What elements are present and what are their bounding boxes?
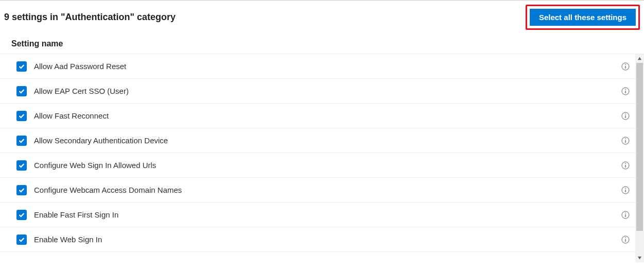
scrollbar-up-arrow-icon[interactable]: [635, 54, 644, 63]
setting-label: Enable Fast First Sign In: [34, 210, 621, 219]
column-header-setting-name: Setting name: [0, 34, 644, 54]
svg-point-5: [625, 89, 626, 90]
settings-list-container: Allow Aad Password ResetAllow EAP Cert S…: [0, 54, 644, 262]
setting-row[interactable]: Allow Secondary Authentication Device: [0, 128, 644, 153]
setting-row[interactable]: Allow Aad Password Reset: [0, 54, 644, 79]
checkbox-checked-icon[interactable]: [16, 136, 27, 146]
setting-label: Allow EAP Cert SSO (User): [34, 87, 621, 95]
setting-row[interactable]: Enable Web Sign In: [0, 227, 644, 252]
checkbox-checked-icon[interactable]: [16, 185, 27, 195]
checkbox-checked-icon[interactable]: [16, 86, 27, 96]
svg-point-14: [625, 163, 626, 164]
svg-point-2: [625, 64, 626, 65]
info-icon[interactable]: [621, 62, 630, 71]
setting-label: Configure Web Sign In Allowed Urls: [34, 161, 621, 170]
settings-list: Allow Aad Password ResetAllow EAP Cert S…: [0, 54, 644, 262]
checkbox-checked-icon[interactable]: [16, 210, 27, 220]
checkbox-checked-icon[interactable]: [16, 111, 27, 121]
scrollbar-track-area[interactable]: [635, 63, 644, 254]
select-all-highlight-box: Select all these settings: [526, 5, 640, 30]
setting-label: Allow Secondary Authentication Device: [34, 136, 621, 145]
scrollbar-vertical[interactable]: [635, 54, 644, 262]
svg-point-17: [625, 188, 626, 189]
setting-label: Configure Webcam Access Domain Names: [34, 186, 621, 194]
svg-marker-25: [638, 257, 641, 259]
setting-row[interactable]: Enable Fast First Sign In: [0, 203, 644, 227]
info-icon[interactable]: [621, 236, 630, 244]
checkbox-checked-icon[interactable]: [16, 160, 27, 171]
setting-label: Enable Web Sign In: [34, 235, 621, 244]
checkbox-checked-icon[interactable]: [16, 61, 27, 72]
settings-panel: 9 settings in "Authentication" category …: [0, 0, 644, 268]
info-icon[interactable]: [621, 137, 630, 145]
svg-point-8: [625, 113, 626, 114]
svg-point-23: [625, 237, 626, 238]
info-icon[interactable]: [621, 112, 630, 120]
info-icon[interactable]: [621, 87, 630, 95]
setting-label: Allow Aad Password Reset: [34, 62, 621, 71]
info-icon[interactable]: [621, 211, 630, 219]
svg-point-11: [625, 138, 626, 139]
panel-header: 9 settings in "Authentication" category …: [0, 5, 644, 30]
scrollbar-thumb[interactable]: [636, 63, 643, 231]
setting-row[interactable]: Configure Web Sign In Allowed Urls: [0, 153, 644, 178]
setting-row[interactable]: Allow EAP Cert SSO (User): [0, 79, 644, 104]
setting-label: Allow Fast Reconnect: [34, 111, 621, 120]
info-icon[interactable]: [621, 161, 630, 170]
setting-row[interactable]: Configure Webcam Access Domain Names: [0, 178, 644, 203]
select-all-button[interactable]: Select all these settings: [530, 9, 636, 26]
info-icon[interactable]: [621, 186, 630, 194]
setting-row[interactable]: Allow Fast Reconnect: [0, 104, 644, 128]
scrollbar-down-arrow-icon[interactable]: [635, 254, 644, 262]
category-title: 9 settings in "Authentication" category: [4, 12, 176, 23]
checkbox-checked-icon[interactable]: [16, 234, 27, 245]
svg-point-20: [625, 212, 626, 213]
svg-marker-24: [638, 57, 641, 60]
